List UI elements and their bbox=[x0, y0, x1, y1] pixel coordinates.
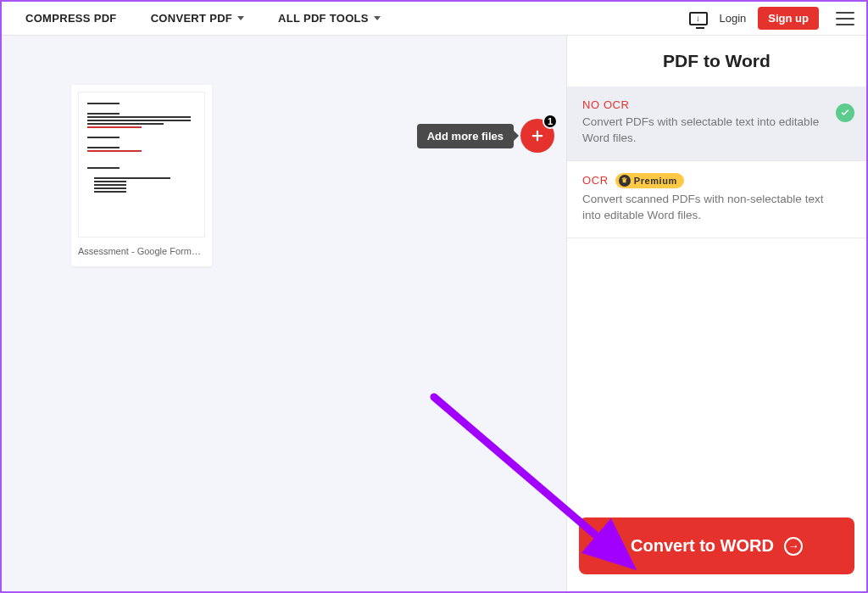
file-name: Assessment - Google Forms.pdf bbox=[78, 246, 205, 256]
nav-right: ↓ Login Sign up bbox=[689, 7, 860, 30]
convert-button[interactable]: Convert to WORD → bbox=[579, 517, 854, 574]
nav-convert-pdf[interactable]: CONVERT PDF bbox=[151, 12, 244, 25]
signup-button[interactable]: Sign up bbox=[758, 7, 819, 30]
premium-label: Premium bbox=[634, 176, 677, 186]
option-title-text: NO OCR bbox=[582, 98, 630, 111]
top-nav: COMPRESS PDF CONVERT PDF ALL PDF TOOLS ↓… bbox=[2, 2, 866, 36]
nav-label: CONVERT PDF bbox=[151, 12, 232, 25]
add-files-button[interactable]: 1 bbox=[520, 119, 554, 153]
workspace: Assessment - Google Forms.pdf Add more f… bbox=[2, 36, 566, 591]
main: Assessment - Google Forms.pdf Add more f… bbox=[2, 36, 866, 591]
file-count-badge: 1 bbox=[542, 114, 558, 129]
option-desc: Convert PDFs with selectable text into e… bbox=[582, 115, 829, 147]
file-card[interactable]: Assessment - Google Forms.pdf bbox=[71, 85, 212, 266]
option-title: NO OCR bbox=[582, 98, 829, 111]
document-thumbnail bbox=[78, 92, 205, 238]
plus-icon bbox=[530, 128, 545, 143]
check-icon bbox=[836, 103, 854, 122]
caret-down-icon bbox=[374, 16, 381, 20]
nav-all-pdf-tools[interactable]: ALL PDF TOOLS bbox=[278, 12, 381, 25]
panel-title: PDF to Word bbox=[567, 36, 866, 87]
option-desc: Convert scanned PDFs with non-selectable… bbox=[582, 192, 829, 224]
option-title: OCR ♛ Premium bbox=[582, 173, 829, 188]
arrow-right-icon: → bbox=[784, 537, 803, 556]
add-more-tooltip: Add more files bbox=[417, 124, 514, 148]
convert-label: Convert to WORD bbox=[631, 536, 774, 556]
premium-badge: ♛ Premium bbox=[615, 173, 684, 188]
menu-icon[interactable] bbox=[836, 12, 854, 25]
options-sidebar: PDF to Word NO OCR Convert PDFs with sel… bbox=[566, 36, 866, 591]
nav-compress-pdf[interactable]: COMPRESS PDF bbox=[25, 12, 117, 25]
download-arrow-icon: ↓ bbox=[696, 14, 700, 23]
caret-down-icon bbox=[237, 16, 244, 20]
nav-label: ALL PDF TOOLS bbox=[278, 12, 369, 25]
nav-left: COMPRESS PDF CONVERT PDF ALL PDF TOOLS bbox=[25, 12, 381, 25]
option-title-text: OCR bbox=[582, 174, 609, 187]
option-ocr[interactable]: OCR ♛ Premium Convert scanned PDFs with … bbox=[567, 161, 866, 238]
nav-label: COMPRESS PDF bbox=[25, 12, 117, 25]
login-link[interactable]: Login bbox=[720, 12, 747, 25]
crown-icon: ♛ bbox=[619, 175, 631, 187]
download-desktop-icon[interactable]: ↓ bbox=[689, 12, 708, 25]
option-no-ocr[interactable]: NO OCR Convert PDFs with selectable text… bbox=[567, 87, 866, 161]
add-more-files: Add more files 1 bbox=[417, 119, 554, 153]
